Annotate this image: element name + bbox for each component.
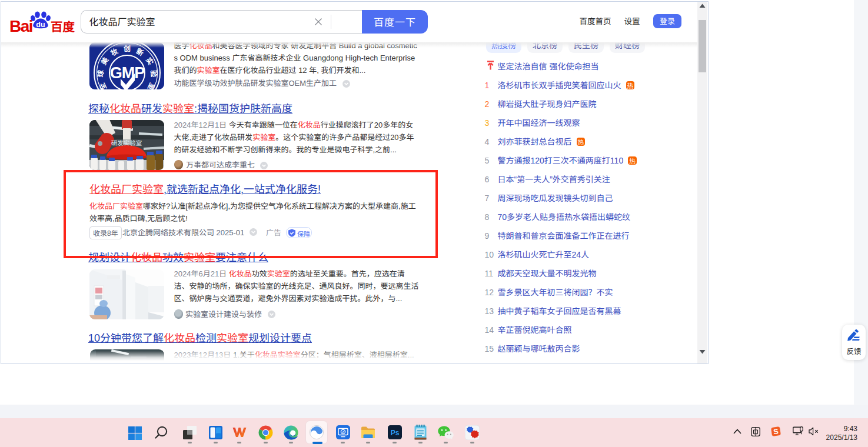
svg-text:验: 验 bbox=[149, 70, 160, 78]
svg-text:du: du bbox=[36, 18, 45, 29]
svg-text:球: 球 bbox=[95, 69, 105, 78]
svg-text:百度: 百度 bbox=[51, 17, 75, 34]
svg-text:GMP: GMP bbox=[110, 64, 145, 82]
svg-text:Ps: Ps bbox=[390, 429, 399, 437]
svg-text:Bai: Bai bbox=[9, 13, 32, 33]
